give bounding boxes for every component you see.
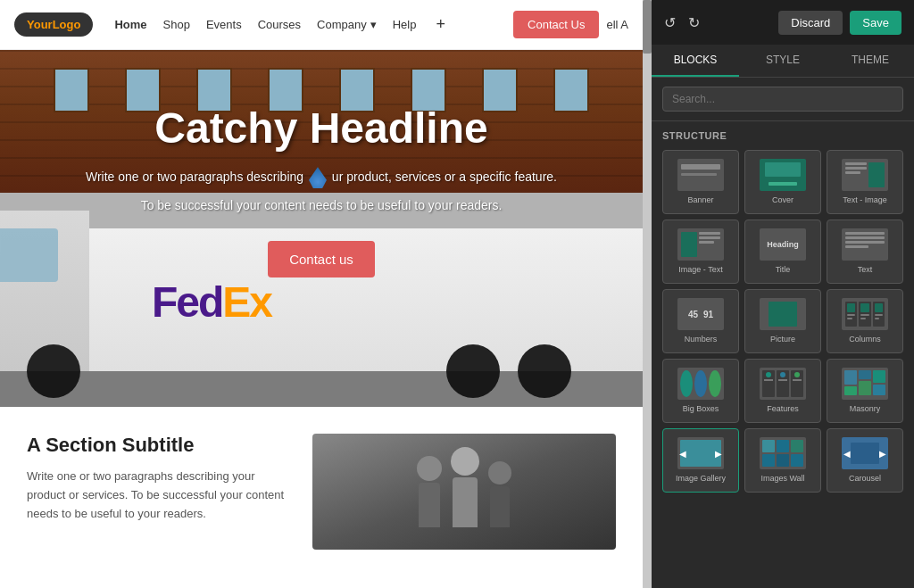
thumb-picture-icon: [760, 298, 806, 330]
undo-button[interactable]: ↺: [664, 14, 676, 31]
thumb-numbers-icon: 45 91: [677, 298, 724, 330]
block-text-image-label: Text - Image: [843, 195, 887, 204]
hero-content: Catchy Headline Write one or two paragra…: [36, 104, 607, 277]
block-text-image[interactable]: Text - Image: [827, 150, 903, 214]
section-below: A Section Subtitle Write one or two para…: [0, 407, 643, 588]
block-bigboxes[interactable]: Big Boxes: [662, 359, 739, 423]
block-masonry[interactable]: Masonry: [827, 359, 903, 423]
person-body-1: [419, 483, 440, 527]
block-features-label: Features: [767, 404, 799, 413]
hero-headline: Catchy Headline: [36, 104, 607, 153]
block-picture[interactable]: Picture: [744, 289, 821, 353]
block-picture-label: Picture: [770, 335, 795, 344]
block-carousel[interactable]: ◀ ▶ Carousel: [827, 428, 903, 493]
section-body: Write one or two paragraphs describing y…: [27, 468, 286, 523]
thumb-title-icon: Heading: [760, 228, 806, 261]
thumb-masonry-icon: [842, 368, 888, 400]
redo-button[interactable]: ↻: [688, 14, 700, 31]
search-input[interactable]: [662, 87, 903, 112]
thumb-columns-icon: [842, 298, 888, 330]
block-image-text-label: Image - Text: [678, 265, 722, 274]
save-button[interactable]: Save: [850, 11, 902, 35]
nav-company[interactable]: Company ▾: [317, 18, 377, 31]
nav-help[interactable]: Help: [393, 18, 417, 31]
tab-blocks[interactable]: BLOCKS: [652, 45, 739, 77]
block-imgwall[interactable]: Images Wall: [744, 428, 821, 493]
block-title-label: Title: [776, 265, 791, 274]
block-features[interactable]: Features: [744, 359, 821, 423]
structure-label: Structure: [662, 130, 903, 141]
right-panel: ↺ ↻ Discard Save BLOCKS STYLE THEME Stru…: [652, 0, 914, 588]
block-imgallery-label: Image Gallery: [676, 474, 726, 483]
block-bigboxes-label: Big Boxes: [683, 404, 719, 413]
navbar: YourLogo Home Shop Events Courses Compan…: [0, 0, 643, 50]
section-image: [312, 434, 616, 550]
logo[interactable]: YourLogo: [14, 12, 93, 37]
nav-contact-button[interactable]: Contact Us: [513, 11, 599, 38]
panel-body: Structure Banner Cover: [652, 121, 914, 588]
panel-header-left: ↺ ↻: [664, 14, 700, 31]
thumb-bigboxes-icon: [677, 368, 724, 400]
block-text-label: Text: [858, 265, 873, 274]
website-preview: YourLogo Home Shop Events Courses Compan…: [0, 0, 643, 588]
block-masonry-label: Masonry: [850, 404, 881, 413]
block-imgwall-label: Images Wall: [760, 474, 804, 483]
panel-tabs: BLOCKS STYLE THEME: [652, 45, 914, 78]
block-text[interactable]: Text: [827, 219, 903, 284]
thumb-image-text-icon: [677, 228, 724, 261]
hero-subtext-1: Write one or two paragraphs describing u…: [36, 167, 607, 188]
thumb-imgwall-icon: [760, 437, 806, 469]
discard-button[interactable]: Discard: [778, 11, 843, 35]
block-columns-label: Columns: [849, 335, 881, 344]
block-banner-label: Banner: [687, 195, 713, 204]
nav-extra-text: ell A: [606, 18, 628, 31]
block-image-text[interactable]: Image - Text: [662, 219, 739, 284]
section-subtitle: A Section Subtitle: [27, 434, 286, 457]
block-numbers[interactable]: 45 91 Numbers: [662, 289, 739, 353]
nav-shop[interactable]: Shop: [163, 18, 190, 31]
thumb-text-image-icon: [842, 159, 888, 191]
section-image-inner: [312, 434, 616, 550]
tab-theme[interactable]: THEME: [827, 45, 914, 77]
nav-events[interactable]: Events: [206, 18, 242, 31]
person-body-3: [490, 486, 510, 527]
hero-section: FedEx Catchy Headline Write one or two p…: [0, 50, 643, 407]
person-head-1: [417, 456, 442, 481]
section-text: A Section Subtitle Write one or two para…: [27, 434, 286, 570]
thumb-text-icon: [842, 228, 888, 261]
block-carousel-label: Carousel: [849, 474, 881, 483]
block-columns[interactable]: Columns: [827, 289, 903, 353]
website-scrollbar[interactable]: [643, 0, 652, 588]
tab-style[interactable]: STYLE: [739, 45, 827, 77]
hero-subtext-2: To be successful your content needs to b…: [36, 195, 607, 215]
nav-courses[interactable]: Courses: [258, 18, 301, 31]
block-title[interactable]: Heading Title: [744, 219, 821, 284]
person-body-2: [453, 477, 478, 527]
thumb-banner-icon: [677, 159, 724, 191]
nav-home[interactable]: Home: [114, 18, 146, 31]
thumb-features-icon: [760, 368, 806, 400]
nav-links: Home Shop Events Courses Company ▾ Help …: [114, 15, 503, 34]
blocks-grid: Banner Cover: [662, 150, 903, 493]
thumb-cover-icon: [760, 159, 806, 191]
thumb-imgallery-icon: ◀ ▶: [677, 437, 724, 469]
panel-search-area: [652, 78, 914, 121]
nav-add[interactable]: +: [436, 15, 445, 34]
block-cover[interactable]: Cover: [744, 150, 821, 214]
scrollbar-thumb[interactable]: [643, 0, 652, 54]
block-numbers-label: Numbers: [685, 335, 718, 344]
thumb-carousel-icon: ◀ ▶: [842, 437, 888, 469]
block-banner[interactable]: Banner: [662, 150, 739, 214]
person-head-3: [488, 461, 511, 484]
panel-header: ↺ ↻ Discard Save: [652, 0, 914, 45]
block-cover-label: Cover: [772, 195, 794, 204]
person-head-2: [451, 447, 479, 476]
drop-icon: [309, 167, 327, 188]
hero-cta-button[interactable]: Contact us: [268, 241, 375, 277]
block-imgallery[interactable]: ◀ ▶ Image Gallery: [662, 428, 739, 493]
